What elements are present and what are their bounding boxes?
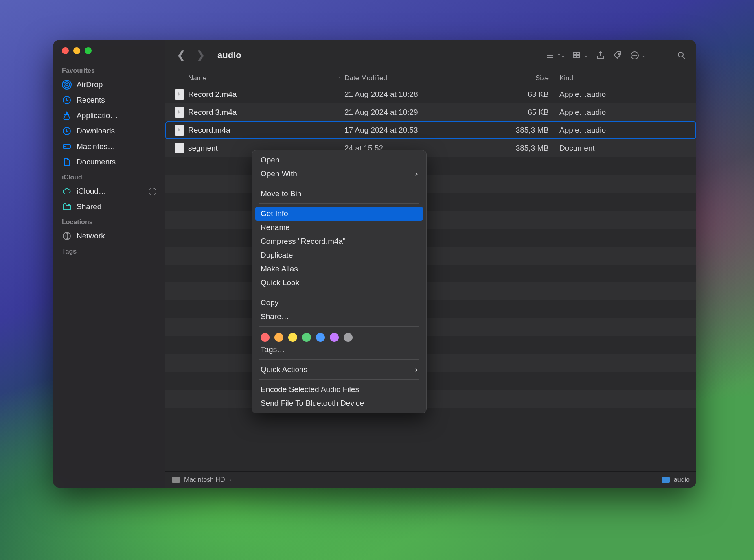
tag-color-purple[interactable] [330, 333, 339, 342]
file-date: 17 Aug 2024 at 20:53 [344, 126, 484, 135]
context-menu-quick-actions[interactable]: Quick Actions› [255, 363, 423, 376]
file-row[interactable]: Record.m4a17 Aug 2024 at 20:53385,3 MBAp… [165, 121, 696, 139]
context-menu-copy[interactable]: Copy [255, 296, 423, 310]
column-headers: Name ⌃ Date Modified Size Kind [165, 71, 696, 85]
file-row[interactable]: Record 3.m4a21 Aug 2024 at 10:2965 KBApp… [165, 103, 696, 121]
column-header-date[interactable]: Date Modified [344, 74, 484, 82]
sidebar-item-downloads[interactable]: Downloads [53, 123, 165, 139]
column-header-size[interactable]: Size [484, 74, 559, 82]
tag-color-yellow[interactable] [288, 333, 297, 342]
file-type-icon [173, 143, 186, 153]
tag-color-blue[interactable] [316, 333, 325, 342]
toolbar: ❮ ❯ audio ⌃⌄ ⌄ ⌄ [165, 40, 696, 71]
context-menu-open-with[interactable]: Open With› [255, 167, 423, 181]
downloads-icon [62, 126, 72, 136]
empty-row [165, 282, 696, 300]
sidebar-item-macintosh-hd[interactable]: Macintos… [53, 139, 165, 154]
file-name: Record 2.m4a [188, 90, 344, 99]
folder-icon [662, 477, 670, 483]
sidebar-section-tags: Tags [53, 244, 165, 258]
harddrive-icon [172, 477, 180, 483]
sidebar-item-airdrop[interactable]: AirDrop [53, 77, 165, 92]
context-menu-move-to-bin[interactable]: Move to Bin [255, 187, 423, 201]
sidebar-item-label: Shared [77, 202, 156, 211]
more-actions-button[interactable]: ⌄ [630, 50, 646, 60]
context-menu-compress[interactable]: Compress "Record.m4a" [255, 234, 423, 248]
file-row[interactable]: segment24 at 15:52385,3 MBDocument [165, 139, 696, 157]
window-controls [53, 46, 165, 63]
sidebar-item-documents[interactable]: Documents [53, 154, 165, 170]
sidebar-item-shared[interactable]: Shared [53, 199, 165, 214]
context-menu-encode-audio[interactable]: Encode Selected Audio Files [255, 383, 423, 396]
context-menu-get-info[interactable]: Get Info [255, 207, 423, 221]
context-menu-quick-look[interactable]: Quick Look [255, 276, 423, 290]
sidebar-item-label: Documents [77, 158, 156, 166]
file-kind: Apple…audio [559, 108, 696, 117]
share-button[interactable] [596, 50, 605, 60]
chevron-right-icon: › [415, 169, 418, 178]
fullscreen-window-button[interactable] [85, 47, 92, 54]
sidebar-item-label: AirDrop [77, 80, 156, 89]
close-window-button[interactable] [62, 47, 69, 54]
search-button[interactable] [677, 50, 686, 60]
context-menu-duplicate[interactable]: Duplicate [255, 248, 423, 262]
context-menu-tags[interactable]: Tags… [255, 343, 423, 357]
tag-color-orange[interactable] [274, 333, 283, 342]
sidebar-item-icloud-drive[interactable]: iCloud… [53, 184, 165, 199]
view-mode-button[interactable]: ⌃⌄ [545, 50, 565, 60]
tag-color-gray[interactable] [344, 333, 353, 342]
context-menu-separator [259, 184, 419, 184]
tag-color-green[interactable] [302, 333, 311, 342]
file-kind: Apple…audio [559, 90, 696, 99]
empty-row [165, 318, 696, 336]
network-icon [62, 231, 72, 241]
empty-row [165, 193, 696, 211]
tag-color-red[interactable] [261, 333, 270, 342]
file-row[interactable]: Record 2.m4a21 Aug 2024 at 10:2863 KBApp… [165, 85, 696, 103]
sidebar-item-label: Downloads [77, 127, 156, 136]
empty-row [165, 300, 696, 318]
svg-rect-12 [577, 55, 579, 58]
tags-button[interactable] [613, 50, 622, 60]
context-menu: Open Open With› Move to Bin Get Info Ren… [252, 150, 427, 413]
chevron-updown-icon: ⌃⌄ [557, 52, 565, 58]
context-menu-separator [259, 203, 419, 204]
path-segment[interactable]: Macintosh HD [184, 476, 225, 483]
sidebar-item-network[interactable]: Network [53, 228, 165, 244]
svg-rect-9 [574, 52, 576, 55]
chevron-right-icon: › [415, 365, 418, 374]
back-button[interactable]: ❮ [175, 49, 187, 61]
sidebar-item-label: Network [77, 232, 156, 241]
file-kind: Apple…audio [559, 126, 696, 135]
minimize-window-button[interactable] [73, 47, 80, 54]
context-menu-make-alias[interactable]: Make Alias [255, 262, 423, 276]
column-header-kind[interactable]: Kind [559, 74, 696, 82]
context-menu-send-bluetooth[interactable]: Send File To Bluetooth Device [255, 396, 423, 410]
empty-row [165, 372, 696, 390]
svg-point-18 [678, 52, 683, 57]
column-header-name[interactable]: Name ⌃ [188, 74, 344, 82]
sidebar: Favourites AirDrop Recents Applicatio… D… [53, 40, 165, 488]
airdrop-icon [62, 80, 72, 90]
group-by-button[interactable]: ⌄ [572, 50, 588, 60]
cloud-icon [62, 186, 72, 196]
context-menu-share[interactable]: Share… [255, 310, 423, 324]
svg-point-15 [633, 55, 633, 56]
context-menu-separator [259, 326, 419, 327]
context-menu-rename[interactable]: Rename [255, 221, 423, 234]
sidebar-item-recents[interactable]: Recents [53, 92, 165, 108]
context-menu-separator [259, 293, 419, 293]
svg-point-17 [636, 55, 637, 56]
harddrive-icon [62, 142, 72, 151]
file-size: 385,3 MB [484, 144, 559, 153]
svg-point-16 [634, 55, 635, 56]
forward-button[interactable]: ❯ [195, 49, 207, 61]
file-type-icon [173, 107, 186, 118]
context-menu-tag-colors [255, 330, 423, 343]
path-segment[interactable]: audio [674, 476, 690, 483]
file-type-icon [173, 89, 186, 100]
sidebar-item-applications[interactable]: Applicatio… [53, 108, 165, 123]
empty-row [165, 211, 696, 229]
context-menu-open[interactable]: Open [255, 153, 423, 167]
empty-row [165, 175, 696, 193]
